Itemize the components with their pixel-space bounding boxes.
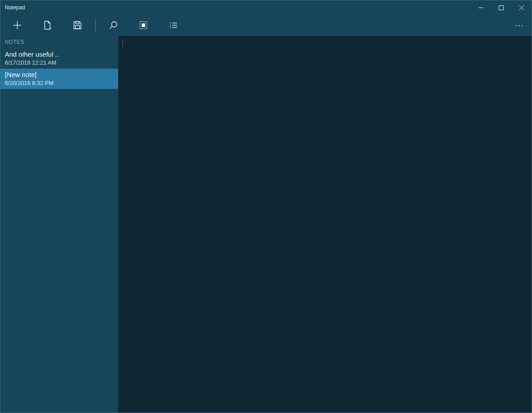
note-title: [New note] [5, 70, 114, 79]
note-date: 6/20/2016 8:32 PM [5, 80, 114, 86]
plus-icon [13, 21, 22, 30]
close-icon [519, 5, 524, 10]
close-button[interactable] [511, 0, 532, 15]
svg-point-14 [170, 25, 171, 26]
minimize-icon [478, 5, 483, 10]
app-body: NOTES And other useful ..6/17/2016 12:21… [0, 36, 532, 413]
search-button[interactable] [98, 15, 128, 36]
sidebar-header: NOTES [0, 36, 118, 48]
text-caret [123, 39, 123, 46]
svg-point-12 [170, 23, 171, 23]
window-controls [470, 0, 532, 15]
save-button[interactable] [62, 15, 93, 36]
notes-list: And other useful ..6/17/2016 12:21 AM[Ne… [0, 48, 118, 89]
maximize-icon [499, 5, 504, 10]
svg-rect-11 [142, 23, 145, 27]
note-item[interactable]: [New note]6/20/2016 8:32 PM [0, 69, 118, 89]
svg-rect-6 [76, 22, 79, 24]
file-open-icon [43, 21, 52, 30]
new-note-button[interactable] [2, 15, 32, 36]
more-button[interactable]: ··· [509, 15, 530, 36]
toolbar-separator [95, 19, 96, 31]
titlebar: Notepad [0, 0, 532, 15]
editor-area[interactable] [118, 36, 532, 413]
svg-rect-7 [75, 26, 80, 29]
svg-point-16 [170, 27, 171, 28]
select-all-button[interactable] [128, 15, 158, 36]
toolbar: ··· [0, 15, 532, 36]
save-icon [73, 21, 82, 30]
window-title: Notepad [5, 4, 25, 11]
svg-line-9 [110, 26, 112, 29]
notes-sidebar: NOTES And other useful ..6/17/2016 12:21… [0, 36, 118, 413]
note-item[interactable]: And other useful ..6/17/2016 12:21 AM [0, 48, 118, 69]
search-icon [109, 21, 118, 30]
note-date: 6/17/2016 12:21 AM [5, 59, 114, 66]
svg-rect-1 [499, 5, 503, 10]
maximize-button[interactable] [491, 0, 511, 15]
minimize-button[interactable] [470, 0, 491, 15]
app-window: Notepad [0, 0, 532, 413]
more-icon: ··· [515, 21, 524, 30]
open-file-button[interactable] [32, 15, 62, 36]
select-all-icon [139, 21, 148, 30]
list-icon [169, 21, 178, 30]
list-view-button[interactable] [158, 15, 189, 36]
note-title: And other useful .. [5, 50, 114, 59]
